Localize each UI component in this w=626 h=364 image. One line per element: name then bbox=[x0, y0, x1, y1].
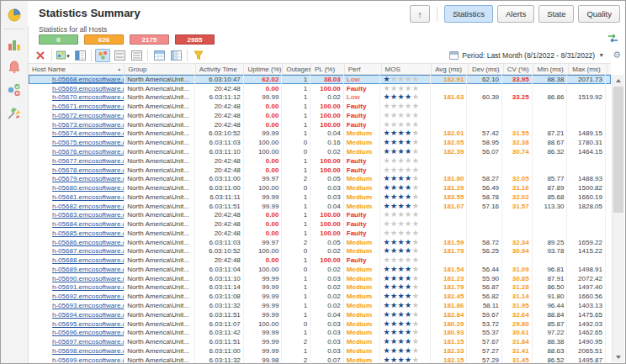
column-header-max-ms[interactable]: Max (ms) bbox=[569, 64, 607, 74]
table-row[interactable]: h-05688.emcosoftware.comNorth America\Un… bbox=[29, 256, 611, 265]
collapse-up-button[interactable]: ↑ bbox=[410, 5, 430, 23]
host-link[interactable]: h-05670.emcosoftware.com bbox=[52, 93, 125, 101]
host-link[interactable]: h-05699.emcosoftware.com bbox=[52, 356, 125, 363]
table-row[interactable]: h-05677.emcosoftware.comNorth America\Un… bbox=[29, 156, 611, 166]
table-row[interactable]: h-05681.emcosoftware.comNorth America\Un… bbox=[29, 193, 611, 202]
gear-icon[interactable]: ⚙ bbox=[613, 50, 621, 60]
host-link[interactable]: h-05681.emcosoftware.com bbox=[52, 193, 125, 201]
column-header-group[interactable]: Group bbox=[125, 64, 195, 74]
table-row[interactable]: h-05695.emcosoftware.comNorth America\Un… bbox=[29, 319, 611, 329]
table-row[interactable]: h-05682.emcosoftware.comNorth America\Un… bbox=[29, 202, 611, 211]
table-row[interactable]: h-05692.emcosoftware.comNorth America\Un… bbox=[29, 292, 611, 301]
table-row[interactable]: h-05669.emcosoftware.comNorth America\Un… bbox=[29, 84, 611, 93]
table-row[interactable]: h-05690.emcosoftware.comNorth America\Un… bbox=[29, 274, 611, 283]
badge-good[interactable]: 0 bbox=[39, 34, 78, 45]
host-link[interactable]: h-05690.emcosoftware.com bbox=[52, 275, 125, 282]
table-row[interactable]: h-05670.emcosoftware.comNorth America\Un… bbox=[29, 93, 611, 103]
host-link[interactable]: h-05668.emcosoftware.com bbox=[52, 76, 125, 83]
host-link[interactable]: h-05682.emcosoftware.com bbox=[52, 203, 125, 210]
host-link[interactable]: h-05669.emcosoftware.com bbox=[52, 85, 125, 92]
host-link[interactable]: h-05677.emcosoftware.com bbox=[52, 157, 125, 165]
host-link[interactable]: h-05684.emcosoftware.com bbox=[52, 220, 125, 228]
table-row[interactable]: h-05697.emcosoftware.comNorth America\Un… bbox=[29, 337, 611, 346]
host-link[interactable]: h-05696.emcosoftware.com bbox=[52, 329, 125, 336]
host-link[interactable]: h-05692.emcosoftware.com bbox=[52, 293, 125, 300]
table-row[interactable]: h-05674.emcosoftware.comNorth America\Un… bbox=[29, 129, 611, 139]
host-link[interactable]: h-05687.emcosoftware.com bbox=[52, 247, 125, 255]
host-link[interactable]: h-05675.emcosoftware.com bbox=[52, 139, 125, 146]
tab-quality[interactable]: Quality bbox=[578, 5, 620, 23]
column-header-outages[interactable]: Outages bbox=[283, 64, 311, 74]
column-header-uptime[interactable]: Uptime (%) bbox=[244, 64, 283, 74]
table-row[interactable]: h-05691.emcosoftware.comNorth America\Un… bbox=[29, 283, 611, 293]
swap-columns-icon[interactable] bbox=[607, 31, 618, 46]
table-row[interactable]: h-05671.emcosoftware.comNorth America\Un… bbox=[29, 102, 611, 111]
table-row[interactable]: h-05673.emcosoftware.comNorth America\Un… bbox=[29, 120, 611, 129]
host-link[interactable]: h-05694.emcosoftware.com bbox=[52, 311, 125, 319]
tab-statistics[interactable]: Statistics bbox=[444, 5, 493, 23]
table-row[interactable]: h-05683.emcosoftware.comNorth America\Un… bbox=[29, 210, 611, 219]
scroll-up-button[interactable] bbox=[613, 75, 624, 86]
host-link[interactable]: h-05672.emcosoftware.com bbox=[52, 112, 125, 119]
rows-compact-icon[interactable] bbox=[112, 49, 127, 62]
host-link[interactable]: h-05686.emcosoftware.com bbox=[52, 239, 125, 246]
host-link[interactable]: h-05680.emcosoftware.com bbox=[52, 184, 125, 192]
column-header-min-ms[interactable]: Min (ms) bbox=[533, 64, 569, 74]
quality-icon[interactable] bbox=[6, 104, 23, 121]
badge-low[interactable]: 2175 bbox=[130, 34, 169, 45]
column-header-avg-ms[interactable]: Avg (ms) bbox=[432, 64, 469, 74]
scroll-down-button[interactable] bbox=[613, 351, 624, 362]
table-row[interactable]: h-05689.emcosoftware.comNorth America\Un… bbox=[29, 265, 611, 274]
table-row[interactable]: h-05678.emcosoftware.comNorth America\Un… bbox=[29, 166, 611, 175]
export-image-icon[interactable] bbox=[56, 49, 71, 62]
bar-chart-icon[interactable] bbox=[6, 36, 23, 53]
pie-chart-icon[interactable] bbox=[6, 7, 23, 24]
column-header-cv[interactable]: CV (%) bbox=[504, 64, 534, 74]
host-link[interactable]: h-05695.emcosoftware.com bbox=[52, 320, 125, 328]
column-header-activity-time[interactable]: Activity Time bbox=[196, 64, 245, 74]
tab-state[interactable]: State bbox=[538, 5, 574, 23]
host-link[interactable]: h-05674.emcosoftware.com bbox=[52, 129, 125, 137]
badge-critical[interactable]: 2985 bbox=[175, 34, 215, 45]
host-link[interactable]: h-05683.emcosoftware.com bbox=[52, 211, 125, 219]
filter-icon[interactable] bbox=[191, 49, 206, 62]
table-row[interactable]: h-05686.emcosoftware.comNorth America\Un… bbox=[29, 238, 611, 247]
column-header-dev-ms[interactable]: Dev (ms) bbox=[469, 64, 504, 74]
table-row[interactable]: h-05685.emcosoftware.comNorth America\Un… bbox=[29, 229, 611, 238]
table-row[interactable]: h-05676.emcosoftware.comNorth America\Un… bbox=[29, 147, 611, 156]
table-row[interactable]: h-05698.emcosoftware.comNorth America\Un… bbox=[29, 346, 611, 356]
host-link[interactable]: h-05671.emcosoftware.com bbox=[52, 103, 125, 110]
table-row[interactable]: h-05668.emcosoftware.comNorth America\Un… bbox=[29, 75, 611, 84]
chart-dots-icon[interactable] bbox=[95, 49, 110, 62]
host-link[interactable]: h-05697.emcosoftware.com bbox=[52, 338, 125, 346]
host-link[interactable]: h-05689.emcosoftware.com bbox=[52, 266, 125, 273]
column-header-host-name[interactable]: Host Name▲ bbox=[29, 64, 125, 74]
table-row[interactable]: h-05684.emcosoftware.comNorth America\Un… bbox=[29, 219, 611, 229]
tab-alerts[interactable]: Alerts bbox=[497, 5, 534, 23]
grid-header-icon[interactable] bbox=[151, 49, 167, 62]
table-row[interactable]: h-05679.emcosoftware.comNorth America\Un… bbox=[29, 174, 611, 183]
table-row[interactable]: h-05675.emcosoftware.comNorth America\Un… bbox=[29, 138, 611, 147]
period-selector[interactable]: Period: Last Month (8/1/2022 - 8/31/2022… bbox=[449, 51, 604, 60]
column-header-mos[interactable]: MOS bbox=[382, 64, 432, 74]
rows-detailed-icon[interactable] bbox=[129, 49, 144, 62]
table-row[interactable]: h-05687.emcosoftware.comNorth America\Un… bbox=[29, 247, 611, 256]
host-link[interactable]: h-05693.emcosoftware.com bbox=[52, 302, 125, 309]
host-link[interactable]: h-05691.emcosoftware.com bbox=[52, 283, 125, 291]
column-header-perf[interactable]: Perf bbox=[345, 64, 382, 74]
grid-columns-icon[interactable] bbox=[168, 49, 183, 62]
delete-icon[interactable] bbox=[33, 49, 48, 62]
alerts-bell-icon[interactable] bbox=[6, 59, 23, 76]
host-link[interactable]: h-05698.emcosoftware.com bbox=[52, 347, 125, 355]
table-row[interactable]: h-05694.emcosoftware.comNorth America\Un… bbox=[29, 310, 611, 319]
table-row[interactable]: h-05672.emcosoftware.comNorth America\Un… bbox=[29, 111, 611, 120]
host-states-icon[interactable] bbox=[6, 82, 23, 98]
scrollbar-thumb[interactable] bbox=[613, 87, 623, 213]
host-link[interactable]: h-05679.emcosoftware.com bbox=[52, 175, 125, 182]
badge-warning[interactable]: 626 bbox=[84, 34, 124, 45]
host-link[interactable]: h-05678.emcosoftware.com bbox=[52, 166, 125, 174]
host-link[interactable]: h-05685.emcosoftware.com bbox=[52, 229, 125, 237]
table-row[interactable]: h-05680.emcosoftware.comNorth America\Un… bbox=[29, 183, 611, 193]
host-link[interactable]: h-05688.emcosoftware.com bbox=[52, 256, 125, 264]
layout-icon[interactable] bbox=[72, 49, 88, 62]
